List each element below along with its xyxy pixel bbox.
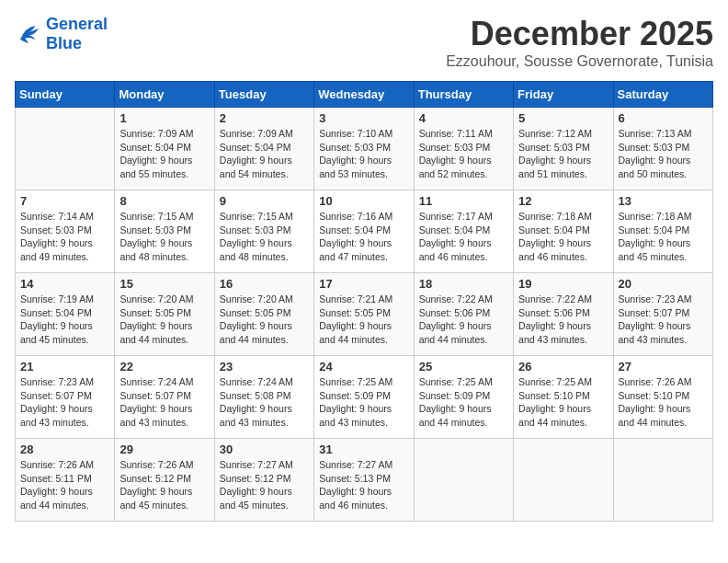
calendar-cell: 21Sunrise: 7:23 AM Sunset: 5:07 PM Dayli… — [16, 356, 115, 439]
calendar-cell: 29Sunrise: 7:26 AM Sunset: 5:12 PM Dayli… — [115, 439, 214, 522]
calendar-cell: 9Sunrise: 7:15 AM Sunset: 5:03 PM Daylig… — [214, 190, 313, 273]
day-number: 26 — [518, 360, 608, 373]
day-info: Sunrise: 7:20 AM Sunset: 5:05 PM Dayligh… — [119, 293, 209, 347]
day-info: Sunrise: 7:11 AM Sunset: 5:03 PM Dayligh… — [419, 127, 508, 181]
day-info: Sunrise: 7:19 AM Sunset: 5:04 PM Dayligh… — [20, 293, 109, 347]
calendar-table: SundayMondayTuesdayWednesdayThursdayFrid… — [15, 81, 713, 522]
calendar-cell: 30Sunrise: 7:27 AM Sunset: 5:12 PM Dayli… — [214, 439, 313, 522]
day-number: 11 — [419, 194, 508, 208]
calendar-cell — [414, 439, 513, 522]
day-number: 7 — [20, 194, 109, 208]
day-number: 5 — [518, 111, 608, 125]
day-info: Sunrise: 7:25 AM Sunset: 5:10 PM Dayligh… — [518, 375, 608, 430]
day-number: 10 — [319, 194, 408, 208]
day-info: Sunrise: 7:12 AM Sunset: 5:03 PM Dayligh… — [518, 127, 608, 181]
header-day-monday: Monday — [115, 82, 214, 108]
logo-text2: Blue — [46, 34, 108, 53]
header-row: SundayMondayTuesdayWednesdayThursdayFrid… — [16, 82, 713, 108]
week-row-1: 7Sunrise: 7:14 AM Sunset: 5:03 PM Daylig… — [16, 190, 713, 273]
day-number: 6 — [619, 111, 708, 125]
day-number: 18 — [419, 277, 508, 291]
day-info: Sunrise: 7:25 AM Sunset: 5:09 PM Dayligh… — [319, 375, 408, 430]
calendar-cell — [16, 108, 115, 190]
day-number: 28 — [20, 442, 109, 456]
calendar-cell: 2Sunrise: 7:09 AM Sunset: 5:04 PM Daylig… — [214, 108, 313, 190]
day-info: Sunrise: 7:22 AM Sunset: 5:06 PM Dayligh… — [419, 293, 508, 347]
calendar-cell: 19Sunrise: 7:22 AM Sunset: 5:06 PM Dayli… — [514, 273, 613, 356]
day-info: Sunrise: 7:20 AM Sunset: 5:05 PM Dayligh… — [220, 293, 309, 347]
calendar-cell: 15Sunrise: 7:20 AM Sunset: 5:05 PM Dayli… — [115, 273, 214, 356]
calendar-cell: 17Sunrise: 7:21 AM Sunset: 5:05 PM Dayli… — [314, 273, 414, 356]
week-row-2: 14Sunrise: 7:19 AM Sunset: 5:04 PM Dayli… — [16, 273, 713, 356]
calendar-cell: 27Sunrise: 7:26 AM Sunset: 5:10 PM Dayli… — [613, 356, 712, 439]
calendar-cell: 4Sunrise: 7:11 AM Sunset: 5:03 PM Daylig… — [414, 108, 513, 190]
day-info: Sunrise: 7:22 AM Sunset: 5:06 PM Dayligh… — [518, 293, 608, 347]
day-info: Sunrise: 7:24 AM Sunset: 5:08 PM Dayligh… — [220, 375, 309, 430]
header-day-saturday: Saturday — [613, 82, 712, 108]
day-number: 29 — [119, 442, 209, 456]
header-day-tuesday: Tuesday — [214, 82, 313, 108]
day-info: Sunrise: 7:27 AM Sunset: 5:13 PM Dayligh… — [319, 458, 408, 512]
day-number: 21 — [20, 360, 109, 373]
logo-icon — [15, 20, 42, 48]
day-number: 3 — [319, 111, 408, 125]
day-info: Sunrise: 7:25 AM Sunset: 5:09 PM Dayligh… — [419, 375, 508, 430]
day-info: Sunrise: 7:21 AM Sunset: 5:05 PM Dayligh… — [319, 293, 408, 347]
day-info: Sunrise: 7:16 AM Sunset: 5:04 PM Dayligh… — [319, 210, 408, 264]
calendar-cell: 1Sunrise: 7:09 AM Sunset: 5:04 PM Daylig… — [115, 108, 214, 190]
calendar-cell: 7Sunrise: 7:14 AM Sunset: 5:03 PM Daylig… — [16, 190, 115, 273]
day-number: 25 — [419, 360, 508, 373]
location-subtitle: Ezzouhour, Sousse Governorate, Tunisia — [446, 53, 713, 70]
day-number: 30 — [220, 442, 309, 456]
day-number: 9 — [220, 194, 309, 208]
calendar-cell: 12Sunrise: 7:18 AM Sunset: 5:04 PM Dayli… — [514, 190, 613, 273]
day-info: Sunrise: 7:26 AM Sunset: 5:10 PM Dayligh… — [619, 375, 708, 430]
day-info: Sunrise: 7:09 AM Sunset: 5:04 PM Dayligh… — [220, 127, 309, 181]
month-title: December 2025 — [446, 15, 713, 53]
day-info: Sunrise: 7:17 AM Sunset: 5:04 PM Dayligh… — [419, 210, 508, 264]
logo-text: General — [46, 15, 108, 34]
calendar-cell: 26Sunrise: 7:25 AM Sunset: 5:10 PM Dayli… — [514, 356, 613, 439]
day-number: 14 — [20, 277, 109, 291]
day-info: Sunrise: 7:23 AM Sunset: 5:07 PM Dayligh… — [619, 293, 708, 347]
calendar-cell: 11Sunrise: 7:17 AM Sunset: 5:04 PM Dayli… — [414, 190, 513, 273]
week-row-0: 1Sunrise: 7:09 AM Sunset: 5:04 PM Daylig… — [16, 108, 713, 190]
day-info: Sunrise: 7:18 AM Sunset: 5:04 PM Dayligh… — [619, 210, 708, 264]
day-number: 13 — [619, 194, 708, 208]
day-info: Sunrise: 7:14 AM Sunset: 5:03 PM Dayligh… — [20, 210, 109, 264]
day-number: 1 — [119, 111, 209, 125]
calendar-cell: 25Sunrise: 7:25 AM Sunset: 5:09 PM Dayli… — [414, 356, 513, 439]
logo: General Blue — [15, 15, 108, 52]
calendar-cell: 20Sunrise: 7:23 AM Sunset: 5:07 PM Dayli… — [613, 273, 712, 356]
calendar-cell: 31Sunrise: 7:27 AM Sunset: 5:13 PM Dayli… — [314, 439, 414, 522]
day-number: 15 — [119, 277, 209, 291]
day-info: Sunrise: 7:09 AM Sunset: 5:04 PM Dayligh… — [119, 127, 209, 181]
day-info: Sunrise: 7:15 AM Sunset: 5:03 PM Dayligh… — [220, 210, 309, 264]
day-number: 19 — [518, 277, 608, 291]
calendar-cell: 16Sunrise: 7:20 AM Sunset: 5:05 PM Dayli… — [214, 273, 313, 356]
day-number: 31 — [319, 442, 408, 456]
calendar-cell: 3Sunrise: 7:10 AM Sunset: 5:03 PM Daylig… — [314, 108, 414, 190]
calendar-cell: 6Sunrise: 7:13 AM Sunset: 5:03 PM Daylig… — [613, 108, 712, 190]
day-number: 12 — [518, 194, 608, 208]
day-number: 22 — [119, 360, 209, 373]
day-number: 27 — [619, 360, 708, 373]
day-number: 2 — [220, 111, 309, 125]
title-block: December 2025 Ezzouhour, Sousse Governor… — [446, 15, 713, 70]
calendar-cell: 18Sunrise: 7:22 AM Sunset: 5:06 PM Dayli… — [414, 273, 513, 356]
calendar-cell: 10Sunrise: 7:16 AM Sunset: 5:04 PM Dayli… — [314, 190, 414, 273]
header-day-wednesday: Wednesday — [314, 82, 414, 108]
calendar-cell: 28Sunrise: 7:26 AM Sunset: 5:11 PM Dayli… — [16, 439, 115, 522]
day-number: 16 — [220, 277, 309, 291]
calendar-cell: 23Sunrise: 7:24 AM Sunset: 5:08 PM Dayli… — [214, 356, 313, 439]
day-info: Sunrise: 7:18 AM Sunset: 5:04 PM Dayligh… — [518, 210, 608, 264]
week-row-3: 21Sunrise: 7:23 AM Sunset: 5:07 PM Dayli… — [16, 356, 713, 439]
calendar-cell: 22Sunrise: 7:24 AM Sunset: 5:07 PM Dayli… — [115, 356, 214, 439]
day-info: Sunrise: 7:10 AM Sunset: 5:03 PM Dayligh… — [319, 127, 408, 181]
day-number: 17 — [319, 277, 408, 291]
day-info: Sunrise: 7:26 AM Sunset: 5:12 PM Dayligh… — [119, 458, 209, 512]
day-info: Sunrise: 7:24 AM Sunset: 5:07 PM Dayligh… — [119, 375, 209, 430]
day-info: Sunrise: 7:26 AM Sunset: 5:11 PM Dayligh… — [20, 458, 109, 512]
day-info: Sunrise: 7:13 AM Sunset: 5:03 PM Dayligh… — [619, 127, 708, 181]
week-row-4: 28Sunrise: 7:26 AM Sunset: 5:11 PM Dayli… — [16, 439, 713, 522]
